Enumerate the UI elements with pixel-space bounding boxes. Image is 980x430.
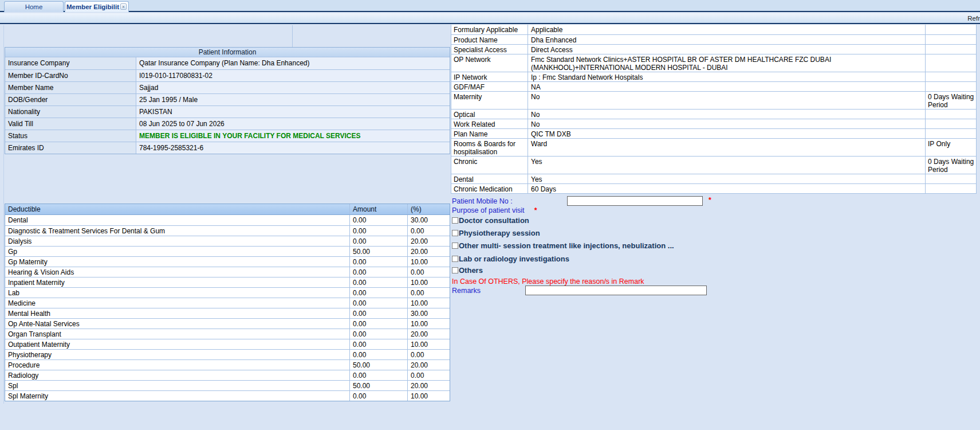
required-asterisk: * <box>709 196 711 204</box>
tab-close-icon[interactable]: x <box>120 3 127 10</box>
patient-information-title: Patient Information <box>5 48 450 57</box>
table-row: Physiotherapy0.000.00 <box>5 349 450 359</box>
benefit-value: Fmc Standard Network Clinics+ASTER HOSPI… <box>528 54 926 72</box>
checkbox-other-multi-session[interactable]: Other multi- session treatment like inje… <box>452 241 674 250</box>
deductible-amount: 0.00 <box>349 308 407 318</box>
deductible-amount: 0.00 <box>349 350 407 359</box>
deductible-percent: 20.00 <box>407 329 450 339</box>
table-row: Rooms & Boards for hospitalisationWardIP… <box>451 138 976 156</box>
deductible-percent: 0.00 <box>407 267 450 277</box>
field-value: PAKISTAN <box>136 106 450 118</box>
checkbox-others[interactable]: Others <box>452 266 483 275</box>
benefit-note <box>926 72 976 81</box>
field-value: Sajjad <box>136 82 450 93</box>
deductible-amount: 0.00 <box>349 257 407 267</box>
deductible-table: Deductible Amount (%) Dental0.0030.00 Di… <box>5 204 450 401</box>
deductible-amount: 50.00 <box>349 247 407 256</box>
checkbox-icon[interactable] <box>452 256 458 262</box>
tab-home[interactable]: Home <box>4 1 64 12</box>
deductible-name: Spl <box>5 381 349 390</box>
deductible-amount: 0.00 <box>349 298 407 308</box>
checkbox-icon[interactable] <box>452 267 458 273</box>
table-row: Member ID-CardNo I019-010-117080831-02 <box>5 69 450 81</box>
table-row: OP NetworkFmc Standard Network Clinics+A… <box>451 54 976 72</box>
main-content: Patient Information Insurance Company Qa… <box>0 25 980 430</box>
status-badge: MEMBER IS ELIGIBLE IN YOUR FACILITY FOR … <box>136 130 450 142</box>
benefit-value: Applicable <box>528 25 926 34</box>
benefit-label: Chronic <box>451 157 528 174</box>
benefit-value: No <box>528 110 926 119</box>
table-row: Valid Till 08 Jun 2025 to 07 Jun 2026 <box>5 118 450 130</box>
benefit-value: Yes <box>528 157 926 174</box>
patient-mobile-input[interactable] <box>567 196 703 206</box>
checkbox-physiotherapy-session[interactable]: Physiotherapy session <box>452 229 540 237</box>
patient-information-panel: Patient Information Insurance Company Qa… <box>5 47 450 154</box>
deductible-name: Gp Maternity <box>5 257 349 267</box>
column-header: (%) <box>407 204 450 214</box>
table-row: MaternityNo0 Days Waiting Period <box>451 91 976 109</box>
benefit-note <box>926 54 976 72</box>
deductible-name: Outpatient Maternity <box>5 339 349 349</box>
deductible-percent: 10.00 <box>407 257 450 267</box>
field-label: Status <box>5 130 136 142</box>
deductible-percent: 10.00 <box>407 339 450 349</box>
deductible-percent: 10.00 <box>407 298 450 308</box>
benefit-note <box>926 82 976 91</box>
benefit-value: 60 Days <box>528 184 926 193</box>
remarks-input[interactable] <box>525 286 707 295</box>
benefit-note: 0 Days Waiting Period <box>926 92 976 109</box>
deductible-name: Diagnostic & Treatment Services For Dent… <box>5 226 349 236</box>
table-row: Plan NameQIC TM DXB <box>451 128 976 138</box>
checkbox-label: Lab or radiology investigations <box>459 255 569 263</box>
benefit-label: Work Related <box>451 119 528 128</box>
field-value: Qatar Insurance Company (Plan Name: Dha … <box>136 57 450 69</box>
toolbar: Refr <box>0 13 980 24</box>
benefit-value: Direct Access <box>528 45 926 54</box>
deductible-percent: 30.00 <box>407 308 450 318</box>
required-asterisk: * <box>534 206 537 214</box>
deductible-percent: 20.00 <box>407 247 450 256</box>
deductible-name: Inpatient Maternity <box>5 277 349 287</box>
deductible-name: Op Ante-Natal Services <box>5 319 349 329</box>
deductible-percent: 10.00 <box>407 391 450 401</box>
table-row: DentalYes <box>451 174 976 183</box>
divider-line <box>292 25 293 47</box>
benefit-label: Product Name <box>451 35 528 44</box>
table-row: Dental0.0030.00 <box>5 215 450 225</box>
benefit-value: QIC TM DXB <box>528 129 926 138</box>
deductible-name: Spl Maternity <box>5 391 349 401</box>
checkbox-icon[interactable] <box>452 217 458 224</box>
table-row: Status MEMBER IS ELIGIBLE IN YOUR FACILI… <box>5 130 450 142</box>
table-row: Specialist AccessDirect Access <box>451 44 976 54</box>
table-row: Diagnostic & Treatment Services For Dent… <box>5 225 450 236</box>
benefit-label: Optical <box>451 110 528 119</box>
benefit-label: OP Network <box>451 54 528 72</box>
field-value: 25 Jan 1995 / Male <box>136 94 450 105</box>
checkbox-doctor-consultation[interactable]: Doctor consultation <box>452 216 529 225</box>
table-row: Spl50.0020.00 <box>5 380 450 390</box>
benefit-value: No <box>528 92 926 109</box>
table-row: Procedure50.0020.00 <box>5 359 450 370</box>
benefit-label: Rooms & Boards for hospitalisation <box>451 139 528 156</box>
benefit-label: Chronic Medication <box>451 184 528 193</box>
deductible-percent: 0.00 <box>407 370 450 380</box>
tab-home-label: Home <box>25 3 43 10</box>
checkbox-icon[interactable] <box>452 243 458 249</box>
refresh-button[interactable]: Refr <box>967 15 980 22</box>
table-row: Chronic Medication60 Days <box>451 183 976 193</box>
table-row: OpticalNo <box>451 109 976 119</box>
checkbox-icon[interactable] <box>452 230 458 236</box>
table-row: Product NameDha Enhanced <box>451 34 976 44</box>
table-row: Hearing & Vision Aids0.000.00 <box>5 267 450 277</box>
column-header: Amount <box>349 204 407 214</box>
checkbox-lab-or-radiology[interactable]: Lab or radiology investigations <box>452 255 569 263</box>
panel-left-border <box>3 25 4 404</box>
benefit-note <box>926 129 976 138</box>
visit-form: Patient Mobile No : * Purpose of patient… <box>452 195 853 327</box>
tab-member-eligibility[interactable]: Member Eligibilit x <box>65 1 129 12</box>
deductible-amount: 0.00 <box>349 277 407 287</box>
field-label: Emirates ID <box>5 142 136 154</box>
tab-strip: Home Member Eligibilit x <box>0 0 980 12</box>
purpose-of-visit-label: Purpose of patient visit <box>452 206 524 214</box>
field-label: Valid Till <box>5 118 136 130</box>
